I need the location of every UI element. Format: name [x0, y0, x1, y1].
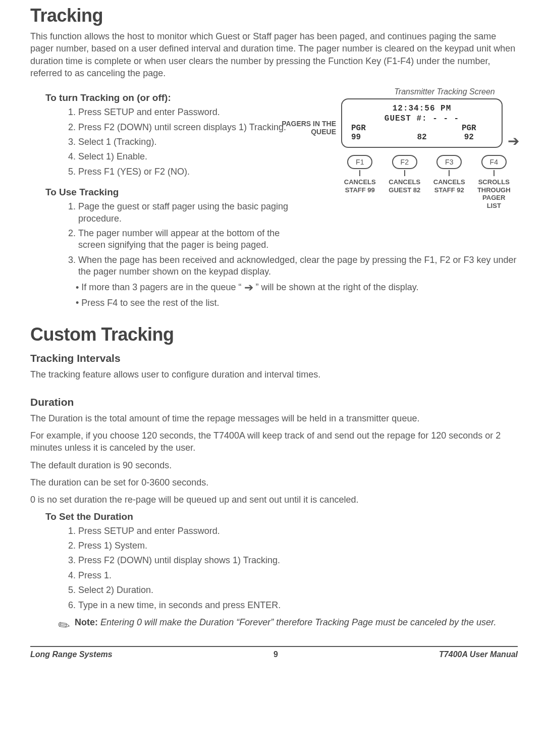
tick-icon — [494, 170, 495, 176]
list-item: Press SETUP and enter Password. — [78, 525, 518, 537]
tracking-intervals-paragraph: The tracking feature allows user to conf… — [30, 368, 518, 381]
footer-page-number: 9 — [273, 650, 278, 659]
duration-p4: The duration can be set for 0-3600 secon… — [30, 476, 518, 489]
page-footer: Long Range Systems 9 T7400A User Manual — [30, 647, 518, 659]
lcd-value: 82 — [398, 133, 445, 142]
f2-key-label: F2 — [401, 158, 409, 166]
f3-key[interactable]: F3 — [436, 155, 462, 169]
pencil-icon: ✎ — [54, 615, 74, 635]
note-body: Entering 0 will make the Duration “Forev… — [100, 617, 496, 627]
lcd-value: 92 — [446, 133, 492, 142]
duration-p3: The default duration is 90 seconds. — [30, 459, 518, 471]
duration-p2: For example, if you choose 120 seconds, … — [30, 429, 518, 454]
lcd-header-row: PGR PGR — [348, 124, 496, 133]
duration-heading: Duration — [30, 396, 518, 408]
transmitter-tracking-screen: Transmitter Tracking Screen PAGERS IN TH… — [321, 87, 518, 209]
tick-icon — [404, 170, 405, 176]
list-item: Press SETUP and enter Password. — [78, 106, 291, 118]
use-tracking-steps: Page the guest or staff pager using the … — [78, 201, 291, 251]
scroll-arrow-icon: ➔ — [508, 133, 519, 149]
f3-key-label: F3 — [445, 158, 453, 166]
list-item: Press 1) System. — [78, 540, 518, 552]
f4-caption: SCROLLS THROUGH PAGER LIST — [475, 178, 513, 209]
use-tracking-steps-continued: When the page has been received and ackn… — [78, 254, 518, 278]
set-duration-heading: To Set the Duration — [45, 511, 518, 522]
page-title-custom-tracking: Custom Tracking — [30, 324, 518, 345]
f4-key-label: F4 — [490, 158, 498, 166]
lcd-guest-line: GUEST #: - - - — [348, 114, 496, 124]
lcd-value: 99 — [351, 133, 398, 142]
lcd-display: 12:34:56 PM GUEST #: - - - PGR PGR 99 82… — [341, 98, 503, 148]
use-tracking-subpoints: If more than 3 pagers are in the queue “… — [76, 281, 518, 309]
lcd-col-header: PGR — [446, 124, 492, 133]
set-duration-steps: Press SETUP and enter Password. Press 1)… — [78, 525, 518, 611]
list-item: Press F2 (DOWN) until display shows 1) T… — [78, 555, 518, 566]
f3-caption: CANCELS STAFF 92 — [430, 178, 468, 194]
f1-key-label: F1 — [356, 158, 364, 166]
list-item: Press 1. — [78, 570, 518, 581]
subpoint-text-a2: ” will be shown at the right of the disp… — [256, 283, 419, 293]
inline-arrow-icon: ➔ — [244, 281, 253, 295]
lcd-col-header — [398, 124, 445, 133]
list-item: Press F1 (YES) or F2 (NO). — [78, 166, 291, 178]
footer-right: T7400A User Manual — [439, 650, 518, 659]
tick-icon — [449, 170, 450, 176]
lcd-value-row: 99 82 92 — [348, 133, 496, 142]
turn-tracking-heading: To turn Tracking on (or off): — [45, 92, 291, 103]
list-item: Select 1 (Tracking). — [78, 136, 291, 148]
f2-key[interactable]: F2 — [392, 155, 417, 169]
list-item: Select 1) Enable. — [78, 151, 291, 163]
lcd-time: 12:34:56 PM — [348, 103, 496, 114]
turn-tracking-steps: Press SETUP and enter Password. Press F2… — [78, 106, 291, 178]
list-item: Press F4 to see the rest of the list. — [76, 297, 518, 309]
page-title-tracking: Tracking — [30, 5, 518, 26]
tracking-intervals-heading: Tracking Intervals — [30, 352, 518, 364]
note-label: Note: — [75, 617, 98, 627]
screen-caption: Transmitter Tracking Screen — [371, 87, 518, 96]
tick-icon — [359, 170, 360, 176]
list-item: If more than 3 pagers are in the queue “… — [76, 281, 518, 295]
list-item: Page the guest or staff pager using the … — [78, 201, 291, 225]
duration-p1: The Duration is the total amount of time… — [30, 412, 518, 424]
footer-left: Long Range Systems — [30, 650, 113, 659]
list-item: When the page has been received and ackn… — [78, 254, 518, 278]
tracking-intro: This function allows the host to monitor… — [30, 30, 518, 79]
f4-key[interactable]: F4 — [481, 155, 507, 169]
list-item: Press F2 (DOWN) until screen displays 1)… — [78, 122, 291, 133]
subpoint-text-a: If more than 3 pagers are in the queue “ — [81, 283, 241, 293]
function-keys-row: F1 CANCELS STAFF 99 F2 CANCELS GUEST 82 … — [341, 155, 513, 209]
list-item: Select 2) Duration. — [78, 584, 518, 596]
duration-p5: 0 is no set duration the re-page will be… — [30, 494, 518, 506]
lcd-col-header: PGR — [351, 124, 398, 133]
duration-note: ✎ Note: Entering 0 will make the Duratio… — [58, 617, 518, 634]
list-item: Type in a new time, in seconds and press… — [78, 600, 518, 611]
list-item: The pager number will appear at the bott… — [78, 228, 291, 251]
f2-caption: CANCELS GUEST 82 — [386, 178, 424, 194]
f1-caption: CANCELS STAFF 99 — [341, 178, 379, 194]
use-tracking-heading: To Use Tracking — [45, 187, 291, 198]
f1-key[interactable]: F1 — [347, 155, 372, 169]
pagers-in-queue-label: PAGERS IN THE QUEUE — [276, 120, 336, 136]
